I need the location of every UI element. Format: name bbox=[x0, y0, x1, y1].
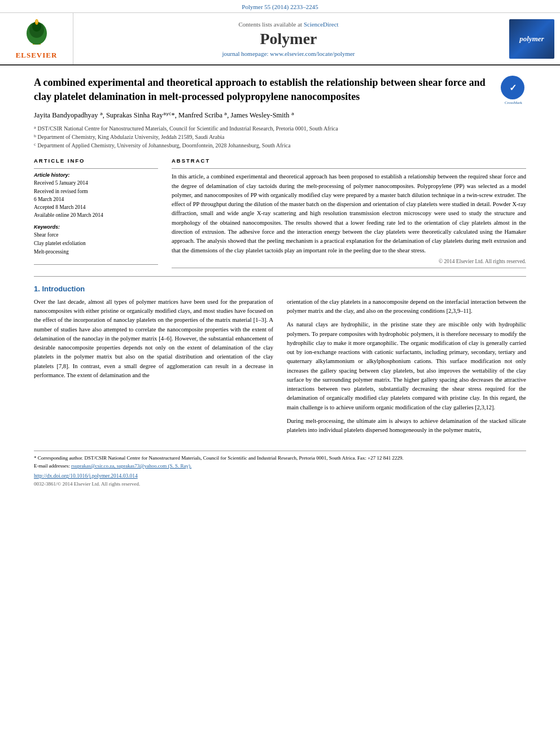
corresponding-author-note: * Corresponding author. DST/CSIR Nationa… bbox=[34, 455, 526, 462]
history-label: Article history: bbox=[34, 172, 158, 178]
sciencedirect-link: Contents lists available at ScienceDirec… bbox=[238, 21, 338, 28]
elsevier-tree-logo bbox=[11, 18, 62, 49]
keyword-2: Clay platelet exfoliation bbox=[34, 239, 158, 248]
abstract-col: Abstract In this article, a combined exp… bbox=[172, 158, 526, 268]
intro-title: 1. Introduction bbox=[34, 285, 526, 293]
journal-citation: Polymer 55 (2014) 2233–2245 bbox=[0, 0, 560, 13]
polymer-logo-right: polymer bbox=[504, 13, 560, 64]
keyword-3: Melt-processing bbox=[34, 248, 158, 256]
polymer-logo-text: polymer bbox=[519, 34, 544, 43]
journal-homepage: journal homepage: www.elsevier.com/locat… bbox=[222, 50, 355, 57]
article-info-col: Article Info Article history: Received 5… bbox=[34, 158, 158, 268]
journal-title: Polymer bbox=[260, 30, 317, 48]
intro-columns: Over the last decade, almost all types o… bbox=[34, 298, 526, 440]
sciencedirect-anchor[interactable]: ScienceDirect bbox=[304, 21, 339, 28]
article-info-box: Article history: Received 5 January 2014… bbox=[34, 168, 158, 265]
intro-para-1: Over the last decade, almost all types o… bbox=[34, 298, 273, 380]
article-title: A combined experimental and theoretical … bbox=[34, 76, 492, 104]
intro-col-1: Over the last decade, almost all types o… bbox=[34, 298, 273, 440]
elsevier-text: ELSEVIER bbox=[16, 51, 58, 60]
intro-para-col2-2: As natural clays are hydrophilic, in the… bbox=[287, 320, 526, 412]
journal-header: ELSEVIER Contents lists available at Sci… bbox=[0, 13, 560, 65]
crossmark-circle: ✓ bbox=[501, 76, 524, 99]
intro-text-col1: Over the last decade, almost all types o… bbox=[34, 298, 273, 380]
svg-point-5 bbox=[36, 20, 38, 23]
keyword-1: Shear force bbox=[34, 231, 158, 239]
citation-text: Polymer 55 (2014) 2233–2245 bbox=[242, 3, 318, 10]
abstract-text: In this article, a combined experimental… bbox=[172, 172, 526, 255]
abstract-box: In this article, a combined experimental… bbox=[172, 168, 526, 268]
intro-para-col2-3: During melt-processing, the ultimate aim… bbox=[287, 417, 526, 435]
section-divider bbox=[34, 276, 526, 277]
journal-center: Contents lists available at ScienceDirec… bbox=[73, 13, 504, 64]
intro-text-col2: orientation of the clay platelets in a n… bbox=[287, 298, 526, 435]
doi-link[interactable]: http://dx.doi.org/10.1016/j.polymer.2014… bbox=[34, 473, 526, 479]
article-body: Article Info Article history: Received 5… bbox=[34, 158, 526, 268]
crossmark-icon: ✓ bbox=[505, 80, 520, 95]
received-revised-text: Received in revised form bbox=[34, 187, 158, 195]
affil-b: ᵇ Department of Chemistry, King Abdulazi… bbox=[34, 133, 526, 141]
introduction-section: 1. Introduction Over the last decade, al… bbox=[34, 285, 526, 440]
email-line: E-mail addresses: rsuprakas@csir.co.za, … bbox=[34, 462, 526, 470]
article-info-heading: Article Info bbox=[34, 158, 158, 164]
received-text: Received 5 January 2014 bbox=[34, 179, 158, 187]
keywords-group: Keywords: Shear force Clay platelet exfo… bbox=[34, 224, 158, 257]
copyright-line: © 2014 Elsevier Ltd. All rights reserved… bbox=[172, 259, 526, 264]
email-label: E-mail addresses: bbox=[34, 463, 70, 469]
elsevier-logo-area: ELSEVIER bbox=[0, 13, 73, 64]
crossmark-label: CrossMark bbox=[501, 101, 526, 105]
issn-line: 0032-3861/© 2014 Elsevier Ltd. All right… bbox=[34, 481, 526, 487]
history-group: Article history: Received 5 January 2014… bbox=[34, 172, 158, 219]
polymer-logo-box: polymer bbox=[509, 19, 554, 59]
affiliations: ᵃ DST/CSIR National Centre for Nanostruc… bbox=[34, 124, 526, 150]
available-text: Available online 20 March 2014 bbox=[34, 211, 158, 219]
affil-c: ᶜ Department of Applied Chemistry, Unive… bbox=[34, 141, 526, 150]
crossmark-logo: ✓ CrossMark bbox=[501, 76, 526, 101]
keywords-label: Keywords: bbox=[34, 224, 158, 230]
footnote-section: * Corresponding author. DST/CSIR Nationa… bbox=[34, 451, 526, 487]
email-link[interactable]: rsuprakas@csir.co.za, suprakas73@yahoo.c… bbox=[71, 463, 191, 469]
affil-a: ᵃ DST/CSIR National Centre for Nanostruc… bbox=[34, 124, 526, 133]
article-title-section: A combined experimental and theoretical … bbox=[34, 76, 526, 104]
accepted-text: Accepted 8 March 2014 bbox=[34, 203, 158, 211]
intro-col-2: orientation of the clay platelets in a n… bbox=[287, 298, 526, 440]
authors-text: Jayita Bandyopadhyay ᵃ, Suprakas Sinha R… bbox=[34, 111, 294, 119]
main-content: A combined experimental and theoretical … bbox=[0, 65, 560, 492]
authors-line: Jayita Bandyopadhyay ᵃ, Suprakas Sinha R… bbox=[34, 111, 526, 120]
revised-date-text: 6 March 2014 bbox=[34, 195, 158, 203]
abstract-paragraph: In this article, a combined experimental… bbox=[172, 172, 526, 255]
svg-text:✓: ✓ bbox=[509, 83, 517, 93]
abstract-heading: Abstract bbox=[172, 158, 526, 164]
intro-para-col2-1: orientation of the clay platelets in a n… bbox=[287, 298, 526, 316]
